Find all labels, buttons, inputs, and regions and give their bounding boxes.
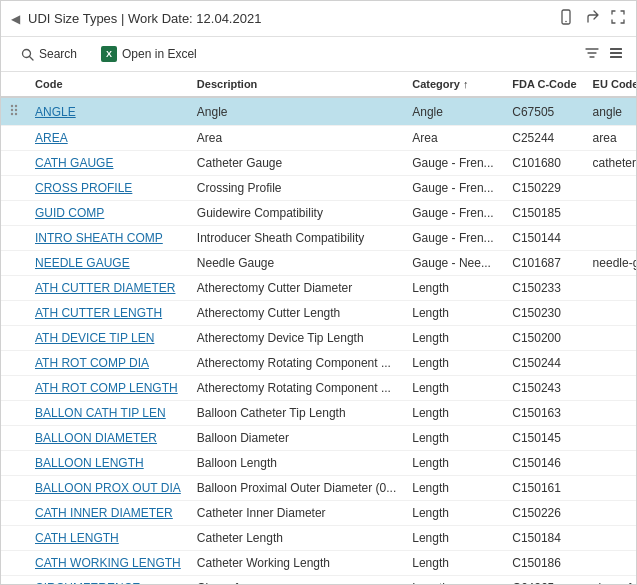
drag-handle[interactable] xyxy=(1,97,27,126)
drag-handle[interactable] xyxy=(1,376,27,401)
table-row[interactable]: INTRO SHEATH COMPIntroducer Sheath Compa… xyxy=(1,226,636,251)
cell-code[interactable]: NEEDLE GAUGE xyxy=(27,251,189,276)
open-excel-button[interactable]: X Open in Excel xyxy=(93,43,205,65)
cell-description: Needle Gauge xyxy=(189,251,404,276)
cell-code[interactable]: CIRCUMFERENCE xyxy=(27,576,189,585)
svg-point-8 xyxy=(15,105,17,107)
drag-handle[interactable] xyxy=(1,201,27,226)
drag-handle[interactable] xyxy=(1,426,27,451)
cell-description: Crossing Profile xyxy=(189,176,404,201)
cell-code[interactable]: CROSS PROFILE xyxy=(27,176,189,201)
table-row[interactable]: BALLON CATH TIP LENBalloon Catheter Tip … xyxy=(1,401,636,426)
cell-description: Catheter Inner Diameter xyxy=(189,501,404,526)
cell-fda-code: C150243 xyxy=(504,376,584,401)
cell-fda-code: C150233 xyxy=(504,276,584,301)
back-button[interactable]: ◀ xyxy=(11,12,20,26)
cell-fda-code: C64265 xyxy=(504,576,584,585)
cell-eu-code xyxy=(585,551,636,576)
table-row[interactable]: ATH CUTTER LENGTHAtherectomy Cutter Leng… xyxy=(1,301,636,326)
cell-category: Length xyxy=(404,301,504,326)
cell-code[interactable]: INTRO SHEATH COMP xyxy=(27,226,189,251)
cell-fda-code: C150184 xyxy=(504,526,584,551)
drag-handle[interactable] xyxy=(1,226,27,251)
drag-handle[interactable] xyxy=(1,501,27,526)
drag-handle[interactable] xyxy=(1,576,27,585)
table-row[interactable]: ATH CUTTER DIAMETERAtherectomy Cutter Di… xyxy=(1,276,636,301)
search-button[interactable]: Search xyxy=(13,44,85,64)
cell-code[interactable]: ANGLE xyxy=(27,97,189,126)
drag-handle[interactable] xyxy=(1,451,27,476)
drag-handle[interactable] xyxy=(1,326,27,351)
drag-handle[interactable] xyxy=(1,301,27,326)
drag-handle[interactable] xyxy=(1,126,27,151)
cell-code[interactable]: CATH LENGTH xyxy=(27,526,189,551)
cell-eu-code xyxy=(585,401,636,426)
svg-rect-4 xyxy=(610,48,622,50)
mobile-icon[interactable] xyxy=(558,9,574,29)
table-row[interactable]: ANGLEAngleAngleC67505angle xyxy=(1,97,636,126)
filter-icon[interactable] xyxy=(584,45,600,64)
cell-code[interactable]: CATH WORKING LENGTH xyxy=(27,551,189,576)
cell-code[interactable]: BALLOON PROX OUT DIA xyxy=(27,476,189,501)
col-drag-header xyxy=(1,72,27,97)
list-view-icon[interactable] xyxy=(608,45,624,64)
table-row[interactable]: CROSS PROFILECrossing ProfileGauge - Fre… xyxy=(1,176,636,201)
col-cat-header[interactable]: Category ↑ xyxy=(404,72,504,97)
cell-code[interactable]: ATH ROT COMP DIA xyxy=(27,351,189,376)
table-row[interactable]: CATH LENGTHCatheter LengthLengthC150184 xyxy=(1,526,636,551)
cell-description: Introducer Sheath Compatibility xyxy=(189,226,404,251)
data-table: Code Description Category ↑ FDA C-Code E… xyxy=(1,72,636,584)
cell-code[interactable]: CATH INNER DIAMETER xyxy=(27,501,189,526)
cell-eu-code xyxy=(585,451,636,476)
drag-handle[interactable] xyxy=(1,151,27,176)
cell-code[interactable]: BALLON CATH TIP LEN xyxy=(27,401,189,426)
share-icon[interactable] xyxy=(584,9,600,29)
expand-icon[interactable] xyxy=(610,9,626,29)
cell-code[interactable]: BALLOON LENGTH xyxy=(27,451,189,476)
cell-code[interactable]: CATH GAUGE xyxy=(27,151,189,176)
table-row[interactable]: ATH DEVICE TIP LENAtherectomy Device Tip… xyxy=(1,326,636,351)
table-row[interactable]: ATH ROT COMP DIAAtherectomy Rotating Com… xyxy=(1,351,636,376)
cell-category: Length xyxy=(404,401,504,426)
drag-handle[interactable] xyxy=(1,526,27,551)
table-row[interactable]: BALLOON LENGTHBalloon LengthLengthC15014… xyxy=(1,451,636,476)
cell-code[interactable]: ATH DEVICE TIP LEN xyxy=(27,326,189,351)
cell-description: Catheter Gauge xyxy=(189,151,404,176)
main-window: ◀ UDI Size Types | Work Date: 12.04.2021 xyxy=(0,0,637,585)
cell-code[interactable]: ATH CUTTER DIAMETER xyxy=(27,276,189,301)
table-row[interactable]: BALLOON DIAMETERBalloon DiameterLengthC1… xyxy=(1,426,636,451)
data-table-container[interactable]: Code Description Category ↑ FDA C-Code E… xyxy=(1,72,636,584)
table-row[interactable]: AREAAreaAreaC25244area xyxy=(1,126,636,151)
table-row[interactable]: CATH GAUGECatheter GaugeGauge - Fren...C… xyxy=(1,151,636,176)
excel-label: Open in Excel xyxy=(122,47,197,61)
cell-fda-code: C150163 xyxy=(504,401,584,426)
cell-eu-code: catheter-gauge xyxy=(585,151,636,176)
drag-handle[interactable] xyxy=(1,401,27,426)
cell-code[interactable]: GUID COMP xyxy=(27,201,189,226)
cell-code[interactable]: ATH ROT COMP LENGTH xyxy=(27,376,189,401)
search-label: Search xyxy=(39,47,77,61)
drag-handle[interactable] xyxy=(1,176,27,201)
drag-handle[interactable] xyxy=(1,551,27,576)
cell-description: Catheter Working Length xyxy=(189,551,404,576)
cell-eu-code xyxy=(585,426,636,451)
cell-category: Length xyxy=(404,501,504,526)
drag-handle[interactable] xyxy=(1,351,27,376)
table-row[interactable]: CATH WORKING LENGTHCatheter Working Leng… xyxy=(1,551,636,576)
table-row[interactable]: CATH INNER DIAMETERCatheter Inner Diamet… xyxy=(1,501,636,526)
svg-line-3 xyxy=(30,56,34,60)
drag-handle[interactable] xyxy=(1,476,27,501)
cell-code[interactable]: ATH CUTTER LENGTH xyxy=(27,301,189,326)
cell-fda-code: C150229 xyxy=(504,176,584,201)
table-row[interactable]: ATH ROT COMP LENGTHAtherectomy Rotating … xyxy=(1,376,636,401)
cell-fda-code: C101687 xyxy=(504,251,584,276)
drag-handle[interactable] xyxy=(1,251,27,276)
cell-code[interactable]: AREA xyxy=(27,126,189,151)
drag-handle[interactable] xyxy=(1,276,27,301)
cell-code[interactable]: BALLOON DIAMETER xyxy=(27,426,189,451)
table-row[interactable]: GUID COMPGuidewire CompatibilityGauge - … xyxy=(1,201,636,226)
table-row[interactable]: NEEDLE GAUGENeedle GaugeGauge - Nee...C1… xyxy=(1,251,636,276)
cell-category: Gauge - Fren... xyxy=(404,226,504,251)
table-row[interactable]: CIRCUMFERENCECircumferenceLengthC64265ci… xyxy=(1,576,636,585)
table-row[interactable]: BALLOON PROX OUT DIABalloon Proximal Out… xyxy=(1,476,636,501)
